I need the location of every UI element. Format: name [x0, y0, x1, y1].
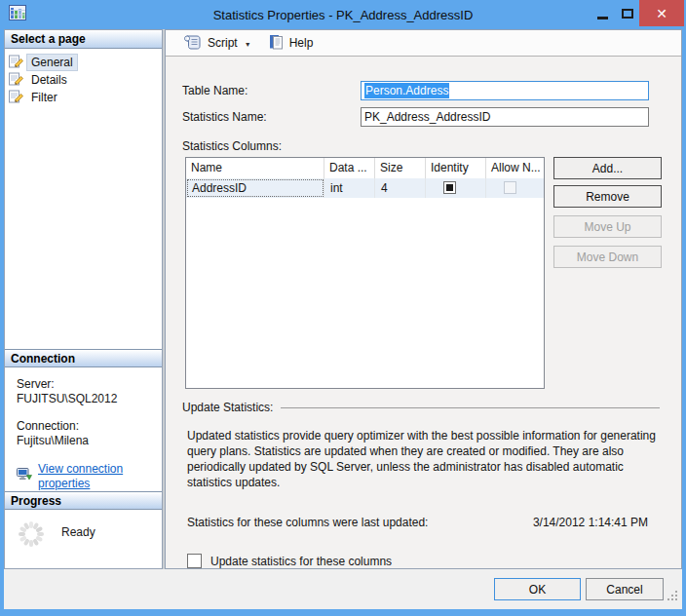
identity-checkbox[interactable] — [443, 181, 456, 194]
grid-column-header-data-type[interactable]: Data ... — [324, 158, 375, 178]
table-name-input[interactable]: Person.Address — [361, 81, 649, 100]
close-icon: ✕ — [656, 6, 667, 21]
move-up-button[interactable]: Move Up — [553, 215, 662, 238]
resize-grip-icon[interactable] — [667, 589, 679, 606]
maximize-button[interactable] — [615, 0, 639, 26]
scroll-icon — [183, 34, 202, 53]
property-page-icon — [9, 55, 23, 71]
property-page-icon — [9, 72, 23, 89]
add-button[interactable]: Add... — [553, 157, 662, 179]
help-button[interactable]: Help — [264, 32, 319, 55]
property-page-icon — [9, 90, 23, 106]
ok-button[interactable]: OK — [494, 578, 581, 600]
connection-value: Fujitsu\Milena — [17, 434, 154, 448]
computer-connection-icon — [17, 468, 32, 485]
sidebar-item-label: Details — [27, 72, 71, 88]
connection-header: Connection — [5, 349, 162, 367]
grid-header-row: Name Data ... Size Identity Allow N... — [186, 158, 544, 178]
maximize-icon — [622, 9, 633, 19]
connection-label: Connection: — [17, 419, 154, 434]
remove-button[interactable]: Remove — [553, 185, 662, 208]
last-updated-value: 3/14/2012 1:14:41 PM — [533, 516, 648, 529]
cell-allow-nulls — [486, 178, 544, 198]
titlebar[interactable]: Statistics Properties - PK_Address_Addre… — [0, 0, 686, 29]
close-button[interactable]: ✕ — [639, 0, 684, 26]
cell-size: 4 — [375, 178, 426, 198]
help-label: Help — [289, 36, 314, 50]
table-name-value: Person.Address — [364, 83, 449, 98]
table-name-label: Table Name: — [182, 84, 361, 97]
progress-status: Ready — [61, 525, 95, 553]
sidebar-item-label: Filter — [27, 90, 61, 105]
cell-name: AddressID — [186, 178, 324, 198]
last-updated-label: Statistics for these columns were last u… — [187, 516, 428, 529]
server-label: Server: — [17, 377, 154, 392]
main-panel: Script ▼ Help Ta — [165, 29, 682, 569]
cancel-button[interactable]: Cancel — [586, 578, 664, 600]
script-button[interactable]: Script ▼ — [178, 32, 256, 55]
cell-identity — [426, 178, 486, 198]
divider — [281, 407, 660, 408]
statistics-columns-label: Statistics Columns: — [182, 139, 662, 153]
allow-nulls-checkbox[interactable] — [504, 181, 516, 194]
update-statistics-description: Updated statistics provide query optimiz… — [187, 429, 657, 491]
toolbar: Script ▼ Help — [166, 30, 681, 57]
table-row[interactable]: AddressID int 4 — [186, 178, 544, 198]
sidebar-item-general[interactable]: General — [9, 54, 162, 71]
statistics-name-value: PK_Address_AddressID — [364, 110, 490, 124]
minimize-icon — [597, 17, 608, 19]
document-help-icon — [269, 34, 284, 53]
move-down-button[interactable]: Move Down — [553, 246, 662, 268]
update-statistics-checkbox-label: Update statistics for these columns — [210, 555, 392, 568]
grid-column-header-allow-nulls[interactable]: Allow N... — [486, 158, 544, 178]
progress-header: Progress — [5, 491, 162, 510]
server-value: FUJITSU\SQL2012 — [17, 392, 154, 406]
sidebar-item-filter[interactable]: Filter — [9, 89, 162, 106]
script-label: Script — [208, 36, 238, 50]
cell-data-type: int — [324, 178, 375, 198]
grid-column-header-name[interactable]: Name — [186, 158, 324, 178]
sidebar-item-details[interactable]: Details — [9, 71, 162, 89]
statistics-columns-grid: Name Data ... Size Identity Allow N... A… — [185, 157, 545, 389]
minimize-button[interactable] — [591, 0, 615, 26]
statistics-name-input[interactable]: PK_Address_AddressID — [361, 107, 649, 127]
window-title: Statistics Properties - PK_Address_Addre… — [0, 8, 686, 22]
spinner-icon — [17, 520, 46, 553]
general-page-content: Table Name: Person.Address Statistics Na… — [166, 57, 681, 568]
app-icon — [9, 5, 26, 24]
checked-mark-icon — [446, 184, 453, 191]
chevron-down-icon: ▼ — [245, 41, 251, 48]
update-statistics-checkbox[interactable] — [187, 554, 202, 568]
footer: OK Cancel — [4, 569, 682, 609]
grid-column-header-identity[interactable]: Identity — [426, 158, 486, 178]
grid-column-header-size[interactable]: Size — [375, 158, 426, 178]
statistics-name-label: Statistics Name: — [182, 110, 361, 124]
sidebar-item-label: General — [27, 55, 77, 70]
view-connection-properties-link[interactable]: View connection properties — [38, 462, 154, 491]
select-a-page-header: Select a page — [5, 30, 162, 49]
sidebar: Select a page — [4, 29, 163, 569]
statistics-properties-dialog: Statistics Properties - PK_Address_Addre… — [0, 0, 686, 616]
update-statistics-label: Update Statistics: — [182, 401, 273, 414]
